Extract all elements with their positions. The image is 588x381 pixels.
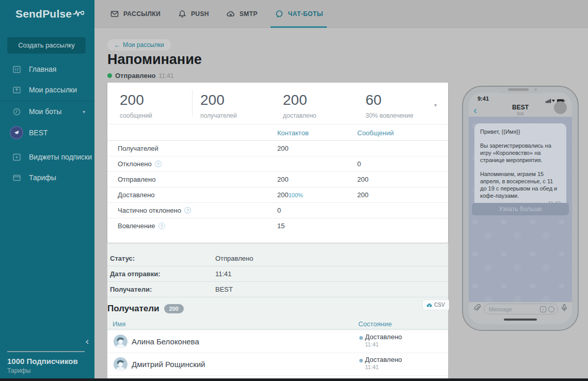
recipients-count-badge: 200 <box>164 304 184 313</box>
table-row: Получателей 200 <box>107 141 448 156</box>
logo-text: SendPulse <box>15 8 72 20</box>
recipient-name: Алина Белоконева <box>132 330 199 353</box>
status-label: Отправлено <box>115 72 155 80</box>
campaign-details: Статус: Отправлено Дата отправки: 11:41 … <box>107 243 448 297</box>
help-icon[interactable]: ? <box>155 161 162 167</box>
row-label: Частично отклонено? <box>118 203 191 218</box>
message-paragraph: Привет, {{Имя}} <box>480 128 561 135</box>
tab-chatbots[interactable]: ЧАТ-БОТЫ <box>275 0 323 27</box>
row-label: Отправлено <box>118 172 155 187</box>
delivery-percent: 100% <box>289 192 303 198</box>
tab-smtp[interactable]: SMTP <box>227 0 258 27</box>
phone-clock: 9:41 <box>478 96 489 102</box>
microphone-icon <box>561 304 567 314</box>
stat-label: сообщений <box>120 112 197 119</box>
envelope-icon <box>110 10 119 18</box>
recipient-status: Доставлено <box>365 356 402 363</box>
breadcrumb[interactable]: ←Мои рассылки <box>107 39 171 51</box>
breadcrumb-label: Мои рассылки <box>123 41 164 49</box>
sidebar-item-my-campaigns[interactable]: Мои рассылки <box>0 80 94 100</box>
row-label: Доставлено <box>118 187 155 203</box>
tab-campaigns[interactable]: РАССЫЛКИ <box>110 0 161 27</box>
recipients-title: Получатели <box>107 304 160 314</box>
detail-label: Дата отправки: <box>110 266 161 282</box>
table-row: Отправлено 200 200 <box>107 172 448 187</box>
app-window: SendPulse Создать рассылку Главная Мои р… <box>0 0 588 381</box>
speaker-icon <box>508 88 529 91</box>
pricing-link[interactable]: Тарифы <box>7 367 30 374</box>
contacts-value: 0 <box>277 203 281 218</box>
recipient-time: 11:41 <box>365 341 379 347</box>
sidebar: SendPulse Создать рассылку Главная Мои р… <box>0 0 94 381</box>
detail-label: Статус: <box>110 251 135 266</box>
sidebar-item-label: Главная <box>29 65 56 73</box>
phone-notch <box>496 87 545 93</box>
stat-label: доставлено <box>283 112 360 119</box>
sidebar-item-bot-best[interactable]: BEST <box>0 122 94 143</box>
page-title: Напоминание <box>107 52 202 68</box>
phone-preview: 9:41 ‹ BEST bot Привет, {{Имя}} Вы зарег… <box>462 86 579 331</box>
stat-engagement: 60 30% вовлечение <box>365 92 443 119</box>
detail-row: Статус: Отправлено <box>107 251 448 266</box>
export-csv-button[interactable]: CSV <box>422 299 449 310</box>
campaigns-icon <box>12 86 21 94</box>
message-placeholder: Message <box>489 306 512 312</box>
phone-message-input: Message / <box>484 304 558 314</box>
stats-table: Контактов Сообщений Получателей 200 Откл… <box>107 124 448 234</box>
bot-commands-icon: / <box>540 306 546 312</box>
sidebar-item-label: Тарифы <box>29 173 56 182</box>
tab-label: SMTP <box>240 10 258 18</box>
sidebar-footer-divider <box>7 351 85 352</box>
column-name: Имя <box>113 320 125 328</box>
help-icon[interactable]: ? <box>158 223 165 229</box>
bot-avatar <box>11 127 22 138</box>
delivered-dot-icon <box>359 336 363 340</box>
sidebar-item-label: Мои рассылки <box>29 86 77 94</box>
delivered-dot-icon <box>359 359 363 362</box>
table-row: Частично отклонено? 0 <box>107 203 448 218</box>
help-icon[interactable]: ? <box>184 207 191 214</box>
recipient-name: Дмитрий Рощинский <box>132 353 205 375</box>
tab-push[interactable]: PUSH <box>178 0 209 27</box>
home-indicator <box>504 319 537 321</box>
detail-value: BEST <box>215 282 233 297</box>
status-time: 11:41 <box>158 72 173 80</box>
table-row: Отклонено? 0 <box>107 156 448 172</box>
chat-bubble-icon <box>275 10 283 18</box>
phone-chat-area: Привет, {{Имя}} Вы зарегистрировались на… <box>469 117 572 302</box>
column-messages: Сообщений <box>357 129 394 137</box>
sendpulse-logo[interactable]: SendPulse <box>0 0 94 28</box>
stat-delivered: 200 доставлено <box>283 92 360 119</box>
chat-message-bubble: Привет, {{Имя}} Вы зарегистрировались на… <box>474 123 566 211</box>
avatar <box>114 357 128 371</box>
stat-label: получателей <box>200 112 278 119</box>
campaign-status: Отправлено 11:41 <box>107 72 174 80</box>
detail-value: Отправлено <box>215 251 253 266</box>
contacts-value: 200100% <box>277 187 303 203</box>
stats-dropdown-icon[interactable]: ▾ <box>434 102 437 108</box>
widgets-icon <box>12 153 21 162</box>
tab-label: ЧАТ-БОТЫ <box>288 10 323 18</box>
sidebar-item-pricing[interactable]: Тарифы <box>0 167 94 188</box>
phone-input-bar: Message / <box>469 302 572 316</box>
create-campaign-button[interactable]: Создать рассылку <box>7 37 86 54</box>
pulse-icon <box>72 8 84 20</box>
camera-icon <box>534 88 537 91</box>
tab-label: PUSH <box>191 10 209 18</box>
detail-row: Получатели: BEST <box>107 282 448 297</box>
recipient-row[interactable]: Алина Белоконева Доставлено 11:41 <box>107 330 448 353</box>
sidebar-item-my-bots[interactable]: Мои боты ▾ <box>0 101 94 122</box>
message-paragraph: Вы зарегистрировались на игру «Королевст… <box>480 142 561 164</box>
stat-value: 200 <box>120 92 197 108</box>
phone-screen: 9:41 ‹ BEST bot Привет, {{Имя}} Вы зарег… <box>469 92 572 324</box>
sidebar-item-subscription-widgets[interactable]: Виджеты подписки <box>0 147 94 167</box>
learn-more-button: Узнать больше <box>472 203 569 215</box>
phone-bot-avatar <box>554 101 567 114</box>
messages-value: 200 <box>357 172 369 187</box>
status-dot-icon <box>107 73 112 78</box>
list-header-divider <box>107 329 448 329</box>
sidebar-collapse-icon[interactable]: ‹ <box>86 336 89 347</box>
subscribers-count: 1000 Подписчиков <box>7 357 78 366</box>
recipient-row[interactable]: Дмитрий Рощинский Доставлено 11:41 <box>107 353 448 375</box>
sidebar-item-home[interactable]: Главная <box>0 59 94 80</box>
